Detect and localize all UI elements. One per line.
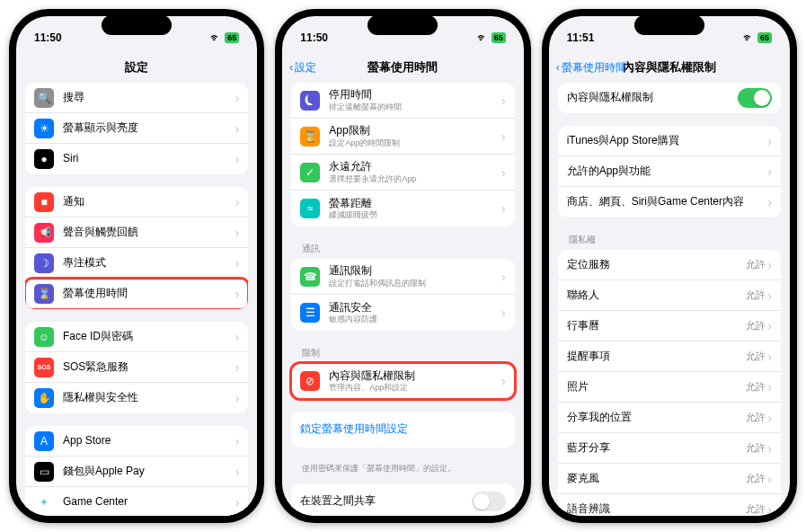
cell-text: 語音辨識 [567,502,747,516]
cell-text: 聯絡人 [567,288,747,303]
settings-cell[interactable]: 內容與隱私權限制 [558,83,781,113]
cell-value: 允許 [746,472,766,485]
settings-cell[interactable]: 語音辨識允許› [558,494,781,516]
settings-group: iTunes與App Store購買›允許的App與功能›商店、網頁、Siri與… [558,126,781,217]
back-button[interactable]: ‹ 設定 [289,60,316,75]
cell-text: 鎖定螢幕使用時間設定 [300,422,505,437]
cell-text: 分享我的位置 [567,411,747,425]
battery-icon: 65 [492,32,506,43]
restrictions-list[interactable]: 內容與隱私權限制iTunes與App Store購買›允許的App與功能›商店、… [549,83,790,516]
settings-cell[interactable]: ⊘內容與隱私權限制管理內容、App和設定› [291,363,514,399]
settings-cell[interactable]: ☰通訊安全敏感內容防護› [291,295,514,331]
settings-cell[interactable]: 商店、網頁、Siri與Game Center內容› [558,187,781,217]
settings-cell[interactable]: iTunes與App Store購買› [558,126,781,156]
page-title: 螢幕使用時間 [368,59,438,75]
settings-cell[interactable]: ✋隱私權與安全性› [25,383,248,413]
back-button[interactable]: ‹ 螢幕使用時間 [556,60,626,75]
chevron-right-icon: › [235,287,240,301]
chevron-right-icon: › [767,319,772,333]
settings-cell[interactable]: ≈螢幕距離緩減眼睛疲勞› [291,191,514,226]
cell-title: 永遠允許 [329,160,501,174]
toggle-switch[interactable] [472,492,506,511]
cell-text: 通知 [63,195,235,209]
chevron-right-icon: › [235,465,240,479]
chevron-right-icon: › [767,411,772,425]
cell-text: 通訊限制設定打電話和傳訊息的限制 [329,264,501,288]
cell-title: 鎖定螢幕使用時間設定 [300,422,505,437]
settings-cell[interactable]: ✦Game Center› [25,487,248,516]
settings-cell[interactable]: ⌛螢幕使用時間› [25,279,248,309]
settings-cell[interactable]: 分享我的位置允許› [558,403,781,433]
chevron-right-icon: › [767,195,772,209]
cell-icon: ▭ [34,462,54,482]
cell-icon: ⊘ [300,371,320,391]
settings-cell[interactable]: 鎖定螢幕使用時間設定 [291,412,514,448]
cell-title: Face ID與密碼 [63,330,235,344]
settings-cell[interactable]: 🔍搜尋› [25,83,248,113]
cell-icon: A [34,431,54,451]
settings-cell[interactable]: ▭錢包與Apple Pay› [25,457,248,487]
cell-icon: ⌛ [300,127,320,146]
cell-icon: ☀ [34,119,54,138]
status-time: 11:50 [34,31,62,44]
settings-cell[interactable]: ■通知› [25,187,248,217]
cell-title: iTunes與App Store購買 [567,134,768,148]
dynamic-island [102,15,172,35]
settings-group: ■通知›📢聲音與觸覺回饋›☽專注模式›⌛螢幕使用時間› [25,187,248,309]
cell-title: 語音辨識 [567,502,747,516]
settings-group: ☎通訊限制設定打電話和傳訊息的限制›☰通訊安全敏感內容防護› [291,259,514,331]
settings-cell[interactable]: ⏾停用時間排定遠離螢幕的時間› [291,83,514,119]
cell-text: 隱私權與安全性 [63,391,235,405]
cell-text: 在裝置之間共享 [300,494,471,509]
settings-cell[interactable]: 行事曆允許› [558,311,781,341]
settings-cell[interactable]: 在裝置之間共享 [291,483,514,516]
settings-cell[interactable]: 照片允許› [558,372,781,403]
screentime-list[interactable]: ⏾停用時間排定遠離螢幕的時間›⌛App限制設定App的時間限制›✓永遠允許選擇想… [282,83,523,516]
screen-3: 11:51 ᯤ 65 ‹ 螢幕使用時間 內容與隱私權限制 內容與隱私權限制iTu… [549,16,790,516]
phone-frame-2: 11:50 ᯤ 65 ‹ 設定 螢幕使用時間 ⏾停用時間排定遠離螢幕的時間›⌛A… [275,9,530,523]
settings-cell[interactable]: ⌛App限制設定App的時間限制› [291,119,514,155]
settings-cell[interactable]: 聯絡人允許› [558,280,781,311]
battery-icon: 65 [757,32,772,43]
settings-cell[interactable]: 提醒事項允許› [558,341,781,372]
chevron-right-icon: › [235,121,240,136]
cell-subtitle: 選擇想要永遠允許的App [329,174,501,184]
cell-text: 螢幕距離緩減眼睛疲勞 [329,197,501,220]
cell-text: Siri [63,152,235,166]
cell-text: iTunes與App Store購買 [567,134,768,148]
settings-cell[interactable]: ☽專注模式› [25,248,248,279]
status-time: 11:51 [567,31,595,44]
toggle-switch[interactable] [738,88,772,108]
settings-cell[interactable]: ☎通訊限制設定打電話和傳訊息的限制› [291,259,514,295]
chevron-right-icon: › [767,288,772,303]
chevron-right-icon: › [501,374,506,388]
settings-cell[interactable]: SOSSOS緊急服務› [25,352,248,383]
settings-cell[interactable]: AApp Store› [25,426,248,457]
cell-text: 允許的App與功能 [567,164,768,179]
settings-cell[interactable]: 藍牙分享允許› [558,433,781,464]
settings-cell[interactable]: 📢聲音與觸覺回饋› [25,217,248,248]
cell-subtitle: 設定打電話和傳訊息的限制 [329,279,501,288]
settings-cell[interactable]: 定位服務允許› [558,250,781,280]
settings-list[interactable]: 🔍搜尋›☀螢幕顯示與亮度›●Siri›■通知›📢聲音與觸覺回饋›☽專注模式›⌛螢… [16,83,257,516]
cell-title: 通訊安全 [329,301,501,315]
chevron-right-icon: › [235,91,240,105]
chevron-right-icon: › [501,93,506,108]
back-label: 設定 [295,60,316,75]
cell-title: Siri [63,152,235,166]
cell-text: 內容與隱私權限制 [567,91,738,105]
settings-cell[interactable]: 麥克風允許› [558,464,781,494]
cell-title: 藍牙分享 [567,441,747,456]
screen-1: 11:50 ᯤ 65 設定 🔍搜尋›☀螢幕顯示與亮度›●Siri›■通知›📢聲音… [16,16,257,516]
settings-cell[interactable]: ☺Face ID與密碼› [25,322,248,352]
cell-text: 麥克風 [567,472,747,486]
settings-cell[interactable]: ✓永遠允許選擇想要永遠允許的App› [291,155,514,191]
cell-text: App Store [63,434,235,448]
cell-text: 提醒事項 [567,350,747,364]
cell-title: SOS緊急服務 [63,360,235,375]
settings-cell[interactable]: ●Siri› [25,144,248,174]
cell-text: 定位服務 [567,258,747,272]
settings-cell[interactable]: ☀螢幕顯示與亮度› [25,113,248,144]
cell-title: 螢幕顯示與亮度 [63,121,235,136]
settings-cell[interactable]: 允許的App與功能› [558,156,781,187]
